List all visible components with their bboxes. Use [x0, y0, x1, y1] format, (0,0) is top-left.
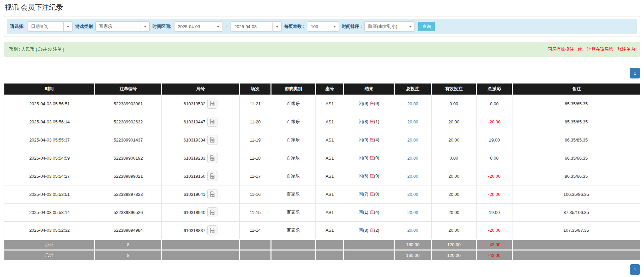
- video-file-icon: [209, 209, 215, 215]
- sum-empty-table: [316, 250, 344, 260]
- cell-round-id: 610319150: [162, 167, 240, 185]
- cell-table-no: AS1: [316, 185, 344, 203]
- round-id-text: 610319532: [184, 101, 205, 106]
- cell-remark: 107.35/87.35: [512, 221, 640, 239]
- sum-total-bet: 160.00: [394, 239, 432, 250]
- cell-total-payout: 19.00: [477, 203, 512, 221]
- cell-total-bet: 20.00: [394, 131, 432, 149]
- cell-bet-id: 522389902632: [95, 113, 162, 131]
- video-replay-button[interactable]: [207, 207, 217, 217]
- page-button-1[interactable]: 1: [630, 68, 640, 78]
- banker-result-label: 庄: [369, 210, 374, 215]
- player-result-value: (6): [363, 173, 370, 178]
- banker-result-label: 庄: [369, 137, 374, 142]
- player-result-label: 闲: [359, 173, 363, 178]
- table-row: 2025-04-03 05:53:51522389897823610319041…: [4, 185, 640, 203]
- table-row: 2025-04-03 05:54:59522389900192610319233…: [4, 149, 640, 167]
- sum-empty-remark: [512, 239, 640, 250]
- sum-valid-bet: 120.00: [432, 250, 477, 260]
- player-result-value: (7): [363, 191, 370, 197]
- table-row: 2025-04-03 05:56:14522389902632610319447…: [4, 113, 640, 131]
- cell-time: 2025-04-03 05:55:37: [4, 131, 95, 149]
- col-header-total-payout: 总派彩: [477, 84, 512, 95]
- video-replay-button[interactable]: [207, 189, 217, 199]
- chevron-down-icon: [406, 22, 414, 31]
- video-replay-button[interactable]: [207, 117, 217, 127]
- player-result-label: 闲: [359, 228, 363, 233]
- sum-valid-bet: 120.00: [432, 239, 477, 250]
- cell-valid-bet: 20.00: [432, 203, 477, 221]
- banker-result-label: 庄: [369, 228, 374, 233]
- cell-bet-id: 522389901437: [95, 131, 162, 149]
- video-replay-button[interactable]: [207, 135, 217, 145]
- cell-time: 2025-04-03 05:54:59: [4, 149, 95, 167]
- cell-time: 2025-04-03 05:54:27: [4, 167, 95, 185]
- total-bet-link[interactable]: 20.00: [407, 174, 418, 179]
- total-bet-link[interactable]: 20.00: [407, 101, 418, 106]
- total-bet-link[interactable]: 20.00: [407, 192, 418, 197]
- page-button-1[interactable]: 1: [630, 264, 640, 275]
- video-replay-button[interactable]: [207, 99, 217, 109]
- round-id-text: 610319150: [184, 174, 205, 179]
- video-replay-button[interactable]: [207, 171, 217, 181]
- summary-bar: 币别 : 人民币 | 总共 :8 注单 | 同局有效投注，统一计算在该局第一张注…: [4, 42, 640, 57]
- time-sort-dropdown[interactable]: 降幂(由大到小): [364, 21, 415, 32]
- page-size-label: 每页笔数 :: [284, 23, 304, 30]
- round-id-text: 610319233: [184, 156, 205, 161]
- date-to-value: 2025-04-03: [231, 24, 273, 29]
- player-result-label: 闲: [359, 155, 363, 160]
- cell-total-bet: 20.00: [394, 203, 432, 221]
- total-bet-link[interactable]: 20.00: [407, 156, 418, 161]
- cell-session: 11-20: [240, 113, 271, 131]
- cell-time: 2025-04-03 05:52:32: [4, 221, 95, 239]
- table-header-row: 时间 注单编号 局号 场次 游戏类别 桌号 结果 总投注 有效投注 总派彩 备注: [4, 84, 640, 95]
- total-row: 总计8160.00120.00-42.00: [4, 250, 640, 260]
- total-bet-link[interactable]: 20.00: [407, 210, 418, 215]
- video-file-icon: [209, 101, 215, 107]
- sum-total-bet: 160.00: [394, 250, 432, 260]
- cell-total-bet: 20.00: [394, 149, 432, 167]
- game-type-dropdown[interactable]: 百家乐: [95, 21, 150, 32]
- sum-empty-session: [240, 239, 271, 250]
- cell-table-no: AS1: [316, 221, 344, 239]
- video-file-icon: [209, 191, 215, 197]
- query-type-dropdown[interactable]: 日期查询: [27, 21, 72, 32]
- banker-result-value: (9): [374, 173, 379, 178]
- cell-result: 闲(6) 庄(9): [344, 167, 394, 185]
- date-range-separator: ~: [226, 24, 228, 29]
- total-bet-link[interactable]: 20.00: [407, 119, 418, 124]
- cell-total-bet: 20.00: [394, 113, 432, 131]
- cell-valid-bet: 0.00: [432, 149, 477, 167]
- time-range-label: 时间区间:: [152, 23, 171, 30]
- cell-time: 2025-04-03 05:56:51: [4, 95, 95, 113]
- sum-empty-session: [240, 250, 271, 260]
- cell-valid-bet: 20.00: [432, 185, 477, 203]
- cell-remark: 65.35/65.35: [512, 95, 640, 113]
- video-replay-button[interactable]: [207, 153, 217, 163]
- cell-table-no: AS1: [316, 131, 344, 149]
- pagination-top: 1: [4, 68, 640, 78]
- cell-table-no: AS1: [316, 167, 344, 185]
- subtotal-row: 小计8160.00120.00-42.00: [4, 239, 640, 250]
- date-to-dropdown[interactable]: 2025-04-03: [231, 21, 282, 32]
- sum-total-payout: -42.00: [477, 239, 512, 250]
- total-bet-link[interactable]: 20.00: [407, 228, 418, 233]
- chevron-down-icon: [273, 22, 281, 31]
- chevron-down-icon: [214, 22, 222, 31]
- video-replay-button[interactable]: [207, 225, 217, 235]
- banker-result-label: 庄: [369, 173, 374, 178]
- cell-valid-bet: 20.00: [432, 131, 477, 149]
- search-button[interactable]: 查询: [418, 22, 435, 31]
- cell-game-type: 百家乐: [271, 185, 316, 203]
- total-bet-link[interactable]: 20.00: [407, 137, 418, 143]
- date-from-dropdown[interactable]: 2025-04-03: [174, 21, 223, 32]
- page-title: 视讯 会员下注纪录: [5, 3, 644, 12]
- col-header-time: 时间: [4, 84, 95, 95]
- page-size-dropdown[interactable]: 100: [307, 21, 339, 32]
- cell-table-no: AS1: [316, 203, 344, 221]
- date-from-value: 2025-04-03: [175, 24, 214, 29]
- page-root: 视讯 会员下注纪录 请选择: 日期查询 游戏类别 百家乐 时间区间: 2025-…: [0, 3, 644, 275]
- col-header-bet-id: 注单编号: [95, 84, 162, 95]
- sum-count: 8: [95, 250, 162, 260]
- video-file-icon: [209, 119, 215, 125]
